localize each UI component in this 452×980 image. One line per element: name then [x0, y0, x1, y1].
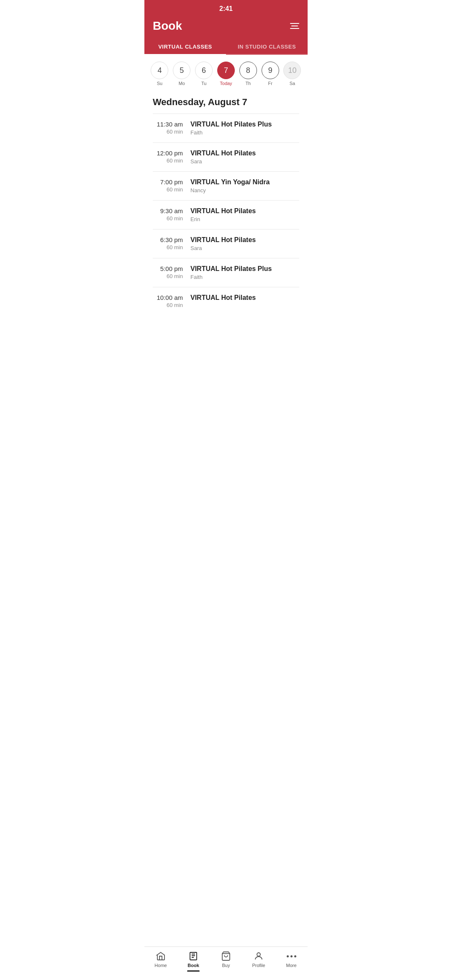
class-time-1: 12:00 pm 60 min [153, 150, 190, 164]
date-item-8[interactable]: 8 Th [238, 62, 258, 86]
class-item-1[interactable]: 12:00 pm 60 min VIRTUAL Hot Pilates Sara [153, 142, 299, 171]
filter-icon[interactable] [290, 23, 299, 29]
class-info-5: VIRTUAL Hot Pilates Plus Faith [190, 265, 299, 280]
class-item-2[interactable]: 7:00 pm 60 min VIRTUAL Yin Yoga/ Nidra N… [153, 171, 299, 200]
date-label-4: Su [157, 81, 162, 86]
date-item-4[interactable]: 4 Su [149, 62, 170, 86]
class-info-1: VIRTUAL Hot Pilates Sara [190, 150, 299, 165]
class-item-0[interactable]: 11:30 am 60 min VIRTUAL Hot Pilates Plus… [153, 113, 299, 142]
class-time-2: 7:00 pm 60 min [153, 178, 190, 193]
header: Book [144, 15, 308, 39]
class-time-0: 11:30 am 60 min [153, 121, 190, 135]
class-info-0: VIRTUAL Hot Pilates Plus Faith [190, 121, 299, 136]
date-number-8: 8 [239, 62, 257, 79]
class-info-3: VIRTUAL Hot Pilates Erin [190, 207, 299, 222]
class-type-tabs: VIRTUAL CLASSES IN STUDIO CLASSES [144, 39, 308, 55]
class-time-3: 9:30 am 60 min [153, 207, 190, 222]
date-item-6[interactable]: 6 Tu [194, 62, 214, 86]
tab-in-studio-classes[interactable]: IN STUDIO CLASSES [226, 39, 308, 54]
date-label-7: Today [220, 81, 232, 86]
class-item-5[interactable]: 5:00 pm 60 min VIRTUAL Hot Pilates Plus … [153, 258, 299, 287]
section-date-title: Wednesday, August 7 [144, 93, 308, 113]
class-list: 11:30 am 60 min VIRTUAL Hot Pilates Plus… [144, 113, 308, 315]
class-info-6: VIRTUAL Hot Pilates [190, 294, 299, 303]
tab-virtual-classes[interactable]: VIRTUAL CLASSES [144, 39, 226, 54]
date-label-5: Mo [179, 81, 185, 86]
date-item-10[interactable]: 10 Sa [282, 62, 302, 86]
class-item-6[interactable]: 10:00 am 60 min VIRTUAL Hot Pilates [153, 287, 299, 315]
status-time: 2:41 [219, 5, 233, 12]
class-item-4[interactable]: 6:30 pm 60 min VIRTUAL Hot Pilates Sara [153, 229, 299, 258]
date-item-9[interactable]: 9 Fr [260, 62, 280, 86]
date-label-10: Sa [290, 81, 295, 86]
date-label-8: Th [245, 81, 251, 86]
date-number-4: 4 [151, 62, 168, 79]
class-time-4: 6:30 pm 60 min [153, 236, 190, 250]
date-number-9: 9 [262, 62, 279, 79]
class-info-4: VIRTUAL Hot Pilates Sara [190, 236, 299, 251]
page-title: Book [153, 19, 182, 33]
class-info-2: VIRTUAL Yin Yoga/ Nidra Nancy [190, 178, 299, 193]
date-item-5[interactable]: 5 Mo [172, 62, 192, 86]
date-label-9: Fr [268, 81, 272, 86]
date-label-6: Tu [201, 81, 206, 86]
date-picker: 4 Su 5 Mo 6 Tu 7 Today 8 Th 9 Fr [144, 55, 308, 93]
class-time-5: 5:00 pm 60 min [153, 265, 190, 279]
class-time-6: 10:00 am 60 min [153, 294, 190, 308]
date-item-7[interactable]: 7 Today [216, 62, 236, 86]
class-item-3[interactable]: 9:30 am 60 min VIRTUAL Hot Pilates Erin [153, 200, 299, 229]
status-bar: 2:41 [144, 0, 308, 15]
date-number-6: 6 [195, 62, 213, 79]
date-number-10: 10 [283, 62, 301, 79]
date-number-7: 7 [217, 62, 235, 79]
date-number-5: 5 [173, 62, 190, 79]
